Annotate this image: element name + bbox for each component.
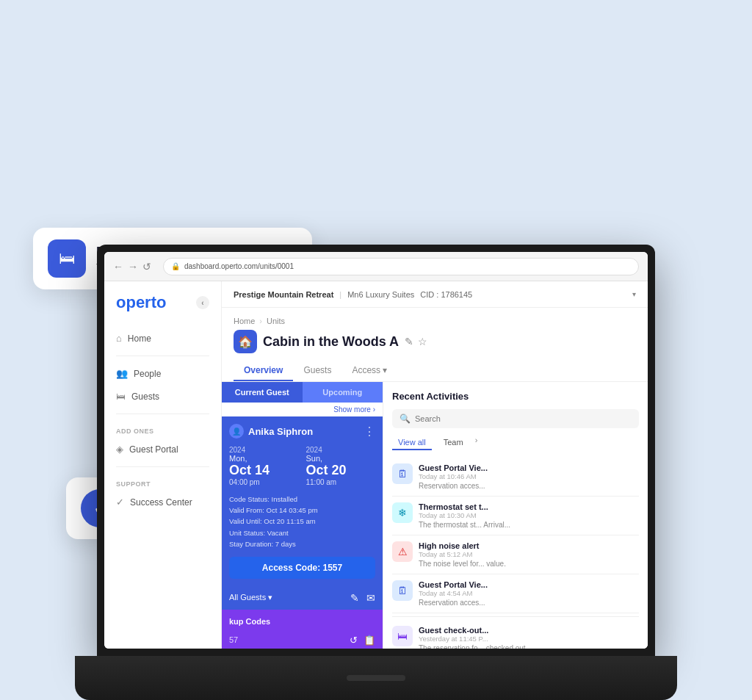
- browser-nav: ← → ↺: [113, 261, 151, 273]
- unit-actions: ✎ ☆: [405, 336, 427, 347]
- date-row: 2024 Mon, Oct 14 04:00 pm 2024 Sun, Oct …: [229, 446, 375, 486]
- refresh-icon-1[interactable]: ↺: [350, 635, 358, 646]
- activity-content-4: Guest check-out... Yesterday at 11:45 P.…: [419, 626, 639, 649]
- guest-name-row: 👤 Anika Siphron ⋮: [229, 424, 375, 439]
- filter-tab-more[interactable]: ›: [475, 436, 478, 450]
- guest-footer: All Guests ▾ ✎ ✉: [222, 586, 383, 610]
- address-bar[interactable]: 🔒 dashboard.operto.com/units/0001: [163, 258, 639, 275]
- show-more-btn[interactable]: Show more ›: [222, 403, 383, 416]
- activity-time-1: Today at 10:30 AM: [419, 511, 639, 519]
- nav-back-btn[interactable]: ←: [113, 261, 123, 273]
- valid-until: Valid Until: Oct 20 11:15 am: [229, 516, 375, 527]
- activity-content-3: Guest Portal Vie... Today at 4:54 AM Res…: [419, 580, 639, 607]
- all-guests-btn[interactable]: All Guests ▾: [229, 593, 272, 602]
- laptop-base: [75, 656, 677, 700]
- activity-desc-1: The thermostat st... Arrival...: [419, 521, 639, 529]
- top-bar-dropdown[interactable]: ▾: [632, 290, 636, 298]
- sidebar-section-support: SUPPORT: [104, 473, 221, 491]
- activity-title-2: High noise alert: [419, 541, 639, 550]
- edit-guest-icon[interactable]: ✎: [350, 592, 359, 604]
- access-code-btn[interactable]: Access Code: 1557: [229, 557, 375, 579]
- all-guests-label: All Guests ▾: [229, 593, 272, 602]
- search-icon: 🔍: [400, 414, 411, 424]
- checkin-col: 2024 Mon, Oct 14 04:00 pm: [229, 446, 299, 486]
- top-bar-sep: |: [339, 290, 341, 299]
- backup-row-1: 57 ↺ 📋: [229, 632, 375, 649]
- message-guest-icon[interactable]: ✉: [366, 592, 375, 604]
- activity-title-3: Guest Portal Vie...: [419, 580, 639, 589]
- sidebar-item-home[interactable]: ⌂ Home: [104, 327, 221, 350]
- sidebar-people-label: People: [134, 369, 161, 379]
- cid-label: CID : 1786145: [420, 290, 472, 299]
- activity-time-2: Today at 5:12 AM: [419, 550, 639, 558]
- guest-card: 👤 Anika Siphron ⋮ 2024 Mon,: [222, 416, 383, 586]
- sidebar-item-success-center[interactable]: ✓ Success Center: [104, 491, 221, 513]
- activity-item-4: 🛏 Guest check-out... Yesterday at 11:45 …: [392, 620, 639, 649]
- app-content: operto ‹ ⌂ Home 👥 People 🛏 Guests: [104, 281, 648, 649]
- sidebar: operto ‹ ⌂ Home 👥 People 🛏 Guests: [104, 281, 222, 649]
- portal-icon: ◈: [116, 444, 123, 455]
- sidebar-divider-3: [116, 466, 209, 467]
- laptop-bezel: ← → ↺ 🔒 dashboard.operto.com/units/0001 …: [97, 245, 655, 656]
- checkin-year: 2024: [229, 446, 299, 454]
- tab-overview[interactable]: Overview: [234, 361, 293, 381]
- nav-refresh-btn[interactable]: ↺: [142, 261, 151, 273]
- checkin-notif-icon: 🛏: [48, 239, 86, 278]
- tab-guests[interactable]: Guests: [293, 361, 341, 381]
- breadcrumb-units[interactable]: Units: [267, 317, 285, 325]
- guest-menu-btn[interactable]: ⋮: [364, 425, 375, 439]
- activity-content-1: Thermostat set t... Today at 10:30 AM Th…: [419, 502, 639, 529]
- search-bar: 🔍: [392, 409, 639, 428]
- activity-title-0: Guest Portal Vie...: [419, 463, 639, 472]
- breadcrumb-sep: ›: [259, 317, 262, 325]
- sidebar-item-people[interactable]: 👥 People: [104, 362, 221, 385]
- breadcrumb: Home › Units: [234, 317, 636, 325]
- star-icon[interactable]: ☆: [418, 336, 427, 347]
- checkin-date: Oct 14: [229, 463, 299, 478]
- guest-info: Code Status: Installed Valid From: Oct 1…: [229, 494, 375, 549]
- activity-list: 🗓 Guest Portal Vie... Today at 10:46 AM …: [392, 458, 639, 649]
- unit-icon: 🏠: [234, 330, 257, 353]
- breadcrumb-home[interactable]: Home: [234, 317, 255, 325]
- checkin-time: 04:00 pm: [229, 478, 299, 486]
- toggle-current-guest[interactable]: Current Guest: [222, 382, 303, 403]
- edit-icon[interactable]: ✎: [405, 336, 413, 347]
- nav-forward-btn[interactable]: →: [128, 261, 138, 273]
- activities-divider: [392, 616, 639, 617]
- filter-tab-view-all[interactable]: View all: [392, 436, 432, 450]
- url-text: dashboard.operto.com/units/0001: [184, 262, 294, 270]
- guest-name: Anika Siphron: [248, 426, 313, 437]
- unit-status: Unit Status: Vacant: [229, 527, 375, 538]
- people-icon: 👥: [116, 368, 128, 379]
- backup-codes-section: kup Codes 57 ↺ 📋 57: [222, 610, 383, 649]
- activity-item-3: 🗓 Guest Portal Vie... Today at 4:54 AM R…: [392, 574, 639, 613]
- toggle-upcoming[interactable]: Upcoming: [303, 382, 383, 403]
- activity-time-4: Yesterday at 11:45 P...: [419, 635, 639, 643]
- sidebar-item-guests[interactable]: 🛏 Guests: [104, 385, 221, 408]
- guest-footer-icons: ✎ ✉: [350, 592, 375, 604]
- search-input[interactable]: [415, 414, 632, 423]
- sidebar-section-add-ones: ADD ONES: [104, 420, 221, 438]
- dropdown-chevron: ▾: [632, 290, 636, 298]
- filter-tab-team[interactable]: Team: [438, 436, 469, 450]
- unit-title-row: 🏠 Cabin in the Woods A ✎ ☆: [234, 330, 636, 353]
- copy-icon-1[interactable]: 📋: [364, 635, 375, 646]
- sidebar-divider-1: [116, 356, 209, 356]
- activity-desc-0: Reservation acces...: [419, 482, 639, 490]
- guest-toggle: Current Guest Upcoming: [222, 382, 383, 403]
- code-status: Code Status: Installed: [229, 494, 375, 505]
- checkout-time: 11:00 am: [306, 478, 376, 486]
- filter-tabs: View all Team ›: [392, 436, 639, 450]
- activity-icon-1: ❄: [392, 502, 413, 523]
- content-cols: Current Guest Upcoming Show more › 👤 Ani…: [222, 382, 648, 649]
- activity-content-2: High noise alert Today at 5:12 AM The no…: [419, 541, 639, 568]
- sidebar-logo: operto ‹: [104, 293, 221, 327]
- checkin-day: Mon,: [229, 454, 299, 463]
- checkout-year: 2024: [306, 446, 376, 454]
- lock-icon: 🔒: [171, 262, 180, 270]
- activity-icon-3: 🗓: [392, 580, 413, 601]
- sidebar-collapse-btn[interactable]: ‹: [196, 296, 209, 309]
- sidebar-item-guest-portal[interactable]: ◈ Guest Portal: [104, 438, 221, 461]
- tab-access[interactable]: Access ▾: [341, 361, 397, 381]
- activity-title-1: Thermostat set t...: [419, 502, 639, 511]
